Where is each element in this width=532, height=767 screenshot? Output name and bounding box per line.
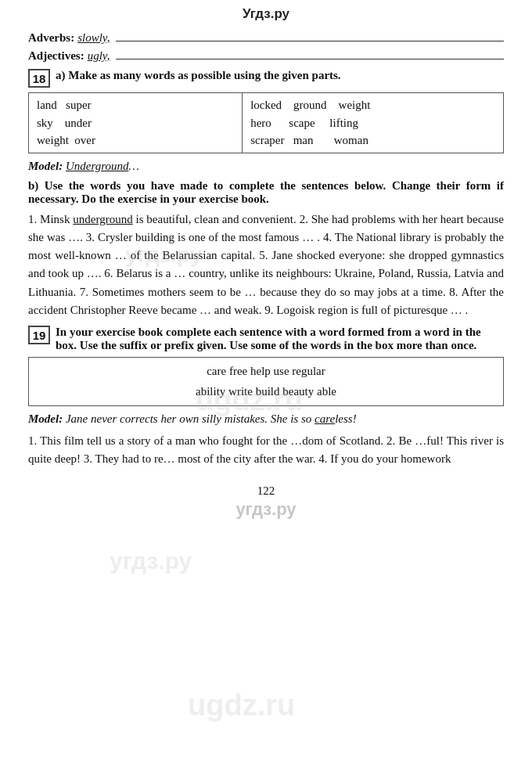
main-content: Adverbs: slowly, Adjectives: ugly, 18 a)… (0, 25, 532, 481)
page-number: 122 (0, 484, 532, 498)
adjectives-example: ugly, (88, 49, 110, 63)
exercise19-header: 19 In your exercise book complete each s… (28, 326, 504, 352)
footer-watermark: угдз.ру (0, 499, 532, 520)
adverbs-fill-line (116, 41, 504, 41)
word-table-18: land super sky under weight over locked … (28, 92, 504, 153)
exercise19-body-text: 1. This film tell us a story of a man wh… (28, 432, 504, 469)
model-label-18: Model: (28, 160, 63, 172)
adverbs-line: Adverbs: slowly, (28, 31, 504, 45)
adjectives-line: Adjectives: ugly, (28, 49, 504, 63)
model-line-18: Model: Underground… (28, 160, 504, 173)
watermark-4: ugdz.ru (188, 689, 295, 722)
model-care-text: care (315, 412, 335, 425)
adverbs-label: Adverbs: (28, 31, 74, 45)
adverbs-example: slowly, (77, 31, 110, 45)
underground-underline: underground (73, 213, 132, 225)
exercise18-part-b-title: b) Use the words you have made to comple… (28, 179, 504, 206)
exercise19-number: 19 (28, 326, 50, 344)
site-title: Угдз.ру (243, 6, 289, 21)
exercise18-part-a-title: a) Make as many words as possible using … (56, 69, 504, 82)
watermark-3: угдз.ру (110, 548, 192, 574)
model-text-18b: nderground (74, 160, 129, 172)
adjectives-label: Adjectives: (28, 49, 84, 63)
word-box-line1: care free help use regular (207, 365, 325, 377)
word-box-19: care free help use regular ability write… (28, 357, 504, 406)
model-label-19: Model: (28, 412, 63, 425)
exercise18-number: 18 (28, 69, 50, 88)
exercise19-title: In your exercise book complete each sent… (56, 326, 504, 352)
table-cell-left: land super sky under weight over (29, 93, 243, 153)
exercise18-header: 18 a) Make as many words as possible usi… (28, 69, 504, 88)
table-cell-right: locked ground weight hero scape lifting … (243, 93, 504, 153)
exercise19-body-content: 1. This film tell us a story of a man wh… (28, 434, 504, 465)
page: угдз.ру ugdz.ru угдз.ру ugdz.ru Угдз.ру … (0, 0, 532, 767)
word-box-line2: ability write build beauty able (196, 385, 336, 398)
table-row: land super sky under weight over locked … (29, 93, 504, 153)
model-text-19: Jane never corrects her own silly mistak… (66, 412, 315, 425)
adjectives-fill-line (116, 59, 504, 59)
exercise19-title-text: In your exercise book complete each sent… (56, 326, 481, 351)
exercise18-body-text: 1. Minsk underground is beautiful, clean… (28, 211, 504, 320)
model-text-18: U (66, 160, 74, 172)
model-ellipsis-18: … (129, 160, 139, 172)
model-line-19: Model: Jane never corrects her own silly… (28, 412, 504, 426)
site-header: Угдз.ру (0, 0, 532, 25)
part-b-text: b) Use the words you have made to comple… (28, 179, 504, 205)
model-less-text: less! (335, 412, 357, 425)
